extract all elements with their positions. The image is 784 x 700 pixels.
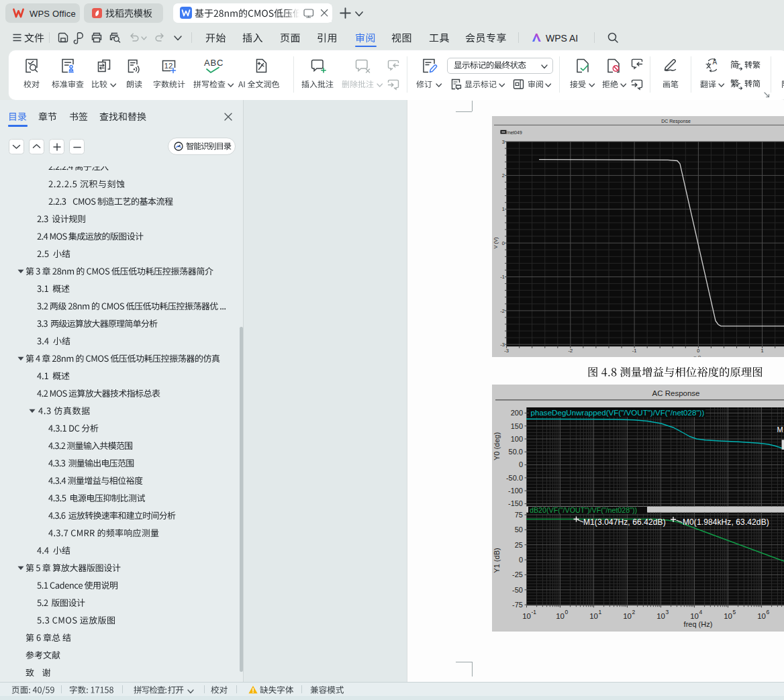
svg-text:10: 10: [690, 612, 699, 620]
svg-text:Y1 (dB): Y1 (dB): [493, 548, 501, 572]
svg-text:M: M: [777, 426, 783, 434]
svg-text:0: 0: [519, 460, 523, 468]
svg-text:-50.0: -50.0: [506, 474, 523, 482]
svg-text:M0(1.984kHz, 63.42dB): M0(1.984kHz, 63.42dB): [683, 517, 769, 527]
svg-text:AC Response: AC Response: [652, 389, 700, 397]
svg-text:M1(3.047Hz, 66.42dB): M1(3.047Hz, 66.42dB): [583, 517, 666, 527]
svg-text:1: 1: [502, 206, 505, 212]
svg-text:6: 6: [767, 609, 770, 615]
svg-text:2: 2: [632, 609, 636, 615]
svg-text:/net049: /net049: [507, 130, 522, 135]
svg-text:-150: -150: [508, 499, 523, 507]
svg-text:-100: -100: [508, 487, 523, 495]
svg-text:10: 10: [656, 612, 665, 620]
svg-text:10: 10: [522, 612, 531, 620]
svg-text:25: 25: [515, 541, 523, 549]
svg-text:phaseDegUnwrapped(VF("/VOUT")/: phaseDegUnwrapped(VF("/VOUT")/VF("/net02…: [531, 408, 705, 417]
svg-text:200: 200: [511, 409, 523, 417]
svg-text:0: 0: [519, 556, 523, 564]
svg-text:-1: -1: [532, 609, 537, 615]
svg-text:-50: -50: [512, 586, 523, 594]
svg-text:10: 10: [724, 612, 732, 620]
svg-text:-2: -2: [500, 308, 505, 314]
svg-text:x (): x (): [694, 354, 701, 357]
svg-text:3: 3: [666, 609, 669, 615]
svg-text:10: 10: [589, 612, 598, 620]
svg-text:-1: -1: [632, 348, 637, 354]
svg-text:3: 3: [502, 139, 505, 145]
svg-text:-75: -75: [512, 601, 523, 609]
svg-text:2: 2: [502, 172, 505, 179]
svg-text:50: 50: [515, 526, 523, 534]
svg-text:150: 150: [511, 422, 523, 430]
svg-text:1: 1: [599, 609, 602, 615]
svg-text:freq (Hz): freq (Hz): [684, 620, 713, 628]
svg-text:-2: -2: [568, 348, 573, 354]
svg-text:-3: -3: [504, 348, 509, 354]
svg-text:5: 5: [733, 609, 736, 615]
svg-text:75: 75: [515, 511, 523, 519]
svg-text:0: 0: [697, 348, 699, 354]
svg-text:-25: -25: [512, 570, 523, 579]
svg-text:-1: -1: [500, 274, 505, 280]
svg-text:dB20(VF("/VOUT")/VF("/net028"): dB20(VF("/VOUT")/VF("/net028")): [530, 506, 637, 514]
svg-text:100: 100: [511, 435, 523, 443]
svg-text:4: 4: [699, 609, 703, 615]
svg-text:0: 0: [502, 240, 505, 246]
svg-text:-3: -3: [500, 342, 505, 348]
svg-text:DC Response: DC Response: [661, 119, 691, 124]
svg-text:0: 0: [565, 609, 569, 615]
svg-text:10: 10: [623, 612, 632, 620]
svg-text:10: 10: [556, 612, 565, 620]
svg-text:1: 1: [761, 348, 764, 354]
svg-text:10: 10: [757, 612, 766, 620]
svg-text:12: 12: [164, 62, 173, 70]
svg-text:50.0: 50.0: [509, 448, 523, 456]
svg-text:V (V): V (V): [493, 237, 499, 249]
svg-text:Y0 (deg): Y0 (deg): [493, 432, 501, 460]
